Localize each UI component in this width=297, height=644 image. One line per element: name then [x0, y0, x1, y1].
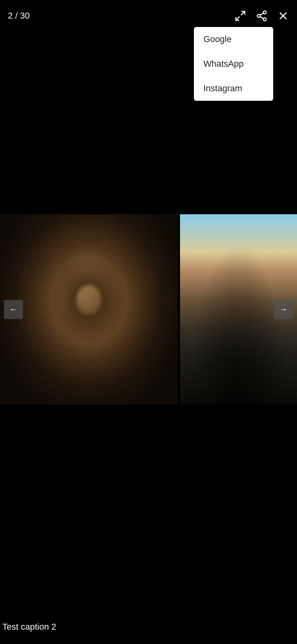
- image-caption: Test caption 2: [2, 622, 56, 632]
- svg-line-5: [260, 17, 264, 19]
- share-dropdown: Google WhatsApp Instagram: [194, 27, 273, 101]
- gallery-right-image: →: [180, 214, 297, 405]
- share-google-item[interactable]: Google: [194, 27, 273, 52]
- prev-image-button[interactable]: ←: [4, 300, 23, 319]
- svg-line-0: [241, 12, 245, 15]
- bear-photo: [0, 214, 178, 405]
- arrow-right-icon: →: [279, 304, 288, 315]
- bottom-area: [0, 414, 297, 644]
- arrow-left-icon: ←: [9, 304, 18, 315]
- gallery-left-image: ←: [0, 214, 178, 405]
- svg-line-1: [236, 17, 240, 21]
- top-actions: [234, 10, 289, 22]
- share-button[interactable]: [256, 10, 268, 22]
- gallery-area: ← →: [0, 214, 297, 405]
- next-image-button[interactable]: →: [274, 300, 293, 319]
- fullscreen-button[interactable]: [234, 10, 246, 22]
- share-whatsapp-item[interactable]: WhatsApp: [194, 52, 273, 76]
- share-instagram-item[interactable]: Instagram: [194, 76, 273, 101]
- close-button[interactable]: [277, 10, 289, 22]
- svg-line-6: [260, 13, 264, 15]
- image-counter: 2 / 30: [8, 11, 30, 21]
